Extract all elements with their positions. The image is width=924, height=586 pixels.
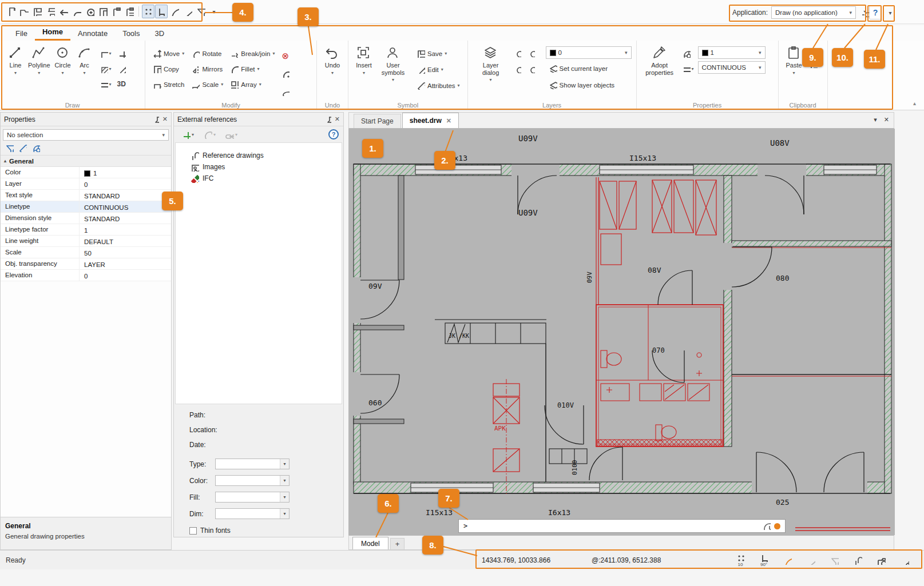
draw-arc-button[interactable]: Arc▾ bbox=[74, 43, 96, 78]
osnap-toggle-icon[interactable] bbox=[168, 5, 181, 18]
symbol-save-button[interactable]: Save▾ bbox=[414, 46, 463, 61]
dim-dropdown[interactable]: ▾ bbox=[215, 508, 290, 519]
command-options-icon[interactable] bbox=[774, 523, 780, 529]
command-line[interactable]: > bbox=[458, 519, 786, 533]
layer-dialog-button[interactable]: Layer dialog ▾ bbox=[473, 43, 509, 85]
filter-status-icon[interactable] bbox=[827, 556, 841, 565]
slope-toggle-icon[interactable] bbox=[181, 5, 194, 18]
collapse-ribbon-button[interactable]: ▴ bbox=[913, 100, 916, 106]
hatch-icon[interactable]: ▾ bbox=[98, 62, 113, 75]
show-layer-objects-button[interactable]: Show layer objects bbox=[546, 78, 632, 92]
topbar-overflow-button[interactable]: ▾ bbox=[884, 6, 897, 19]
help-button[interactable]: ? bbox=[869, 6, 882, 19]
grid-toggle-icon[interactable] bbox=[142, 5, 154, 18]
type-dropdown[interactable]: ▾ bbox=[215, 459, 290, 469]
rectangle-icon[interactable]: ▾ bbox=[98, 46, 113, 60]
layer-isolate-icon[interactable] bbox=[525, 62, 537, 76]
erase-icon[interactable]: ⊗ bbox=[280, 49, 291, 62]
menu-tab-tools[interactable]: Tools bbox=[115, 27, 147, 41]
menu-tab-3d[interactable]: 3D bbox=[147, 27, 172, 41]
draw-3d-icon[interactable]: 3D bbox=[116, 77, 128, 91]
zoom-icon[interactable] bbox=[84, 5, 96, 18]
linetype-dropdown[interactable]: CONTINUOUS ▾ bbox=[698, 61, 766, 74]
ortho-toggle-icon[interactable] bbox=[155, 5, 168, 18]
copy-icon[interactable] bbox=[97, 5, 109, 18]
refresh-reference-button[interactable]: ▾ bbox=[200, 128, 219, 141]
fill-dropdown[interactable]: ▾ bbox=[215, 492, 290, 503]
property-row-layer[interactable]: Layer0 bbox=[1, 178, 171, 190]
freehand-icon[interactable] bbox=[116, 62, 128, 75]
redo-icon[interactable] bbox=[70, 5, 83, 18]
color-dropdown[interactable]: 1 ▾ bbox=[698, 46, 766, 59]
menu-tab-annotate[interactable]: Annotate bbox=[70, 27, 115, 41]
filter-icon[interactable] bbox=[5, 143, 14, 152]
close-icon[interactable]: ✕ bbox=[335, 115, 340, 123]
tab-sheet-drw[interactable]: sheet.drw✕ bbox=[402, 113, 459, 128]
add-layout-tab-button[interactable]: + bbox=[390, 538, 405, 549]
close-icon[interactable]: ✕ bbox=[162, 115, 168, 123]
command-history-icon[interactable] bbox=[763, 522, 771, 530]
add-reference-button[interactable]: ▾ bbox=[179, 128, 197, 141]
property-row-linetype[interactable]: LinetypeCONTINUOUS bbox=[1, 201, 171, 213]
property-list-icon[interactable]: ▾ bbox=[680, 62, 696, 75]
modify-scale-button[interactable]: Scale▾ bbox=[188, 77, 226, 91]
sketch-status-icon[interactable] bbox=[898, 556, 911, 565]
modify-break-join-button[interactable]: Break/join▾ bbox=[227, 46, 277, 61]
print-icon[interactable] bbox=[44, 5, 57, 18]
application-dropdown[interactable]: Draw (no application) ▾ bbox=[771, 6, 856, 19]
pin-icon[interactable] bbox=[324, 115, 331, 123]
slope-status-icon[interactable] bbox=[804, 556, 818, 565]
tab-model[interactable]: Model bbox=[352, 537, 388, 549]
close-tab-icon[interactable]: ✕ bbox=[446, 117, 451, 125]
modify-copy-button[interactable]: Copy bbox=[150, 62, 187, 76]
osnap-status-icon[interactable] bbox=[780, 556, 794, 565]
modify-array-button[interactable]: Array▾ bbox=[227, 77, 277, 91]
thin-fonts-checkbox[interactable]: Thin fonts bbox=[189, 527, 343, 535]
properties-section-header[interactable]: ▴ General bbox=[1, 156, 171, 167]
toolbar-overflow-icon[interactable]: ▾ bbox=[208, 5, 220, 18]
property-settings-icon[interactable] bbox=[31, 143, 40, 152]
symbol-attributes-button[interactable]: Attributes▾ bbox=[414, 78, 463, 93]
undo-icon[interactable] bbox=[57, 5, 70, 18]
tree-item-reference-drawings[interactable]: Reference drawings bbox=[176, 150, 342, 161]
paste-button[interactable]: Paste ▾ bbox=[783, 43, 805, 78]
multiline-icon[interactable]: ▾ bbox=[98, 77, 113, 91]
ellipse-icon[interactable] bbox=[280, 85, 291, 99]
layer-freeze-icon[interactable] bbox=[511, 62, 523, 76]
symbol-user-symbols-button[interactable]: User symbols▾ bbox=[375, 43, 411, 85]
property-row-linetype-factor[interactable]: Linetype factor1 bbox=[1, 224, 171, 236]
grid-status-icon[interactable]: 10 bbox=[733, 553, 747, 567]
property-row-obj-transparency[interactable]: Obj. transparencyLAYER bbox=[1, 258, 171, 270]
property-row-line-weight[interactable]: Line weightDEFAULT bbox=[1, 236, 171, 247]
pin-icon[interactable] bbox=[152, 115, 159, 123]
property-row-scale[interactable]: Scale50 bbox=[1, 247, 171, 258]
xref-help-button[interactable]: ? bbox=[328, 129, 339, 139]
modify-rotate-button[interactable]: Rotate bbox=[188, 46, 226, 61]
selection-dropdown[interactable]: No selection ▾ bbox=[3, 129, 169, 141]
attach-status-icon[interactable] bbox=[851, 556, 864, 565]
draw-line-button[interactable]: Line▾ bbox=[5, 43, 26, 78]
draw-circle-button[interactable]: Circle▾ bbox=[52, 43, 74, 78]
paste-special-icon[interactable] bbox=[123, 5, 136, 18]
color-ref-dropdown[interactable]: ▾ bbox=[215, 475, 290, 486]
property-row-elevation[interactable]: Elevation0 bbox=[1, 270, 171, 281]
symbol-edit-button[interactable]: Edit▾ bbox=[414, 62, 463, 77]
modify-stretch-button[interactable]: Stretch bbox=[150, 77, 187, 91]
snapshot-status-icon[interactable] bbox=[874, 556, 888, 565]
tree-item-images[interactable]: Images bbox=[176, 161, 342, 173]
set-current-layer-button[interactable]: Set current layer bbox=[546, 61, 632, 75]
paste-icon[interactable] bbox=[110, 5, 122, 18]
tab-start-page[interactable]: Start Page bbox=[354, 114, 401, 128]
adopt-properties-button[interactable]: Adopt properties bbox=[641, 43, 678, 79]
filter-toggle-icon[interactable] bbox=[195, 5, 207, 18]
new-file-icon[interactable] bbox=[5, 5, 17, 18]
close-document-icon[interactable]: ✕ bbox=[884, 116, 889, 123]
save-file-icon[interactable] bbox=[31, 5, 43, 18]
property-row-color[interactable]: Color1 bbox=[1, 167, 171, 178]
property-row-text-style[interactable]: Text styleSTANDARD bbox=[1, 190, 171, 201]
layer-on-icon[interactable] bbox=[511, 46, 523, 60]
tree-item-ifc[interactable]: IFC bbox=[176, 173, 342, 184]
undo-button[interactable]: Undo ▾ bbox=[322, 43, 343, 78]
open-file-icon[interactable] bbox=[18, 5, 30, 18]
modify-fillet-button[interactable]: Fillet▾ bbox=[227, 62, 277, 76]
